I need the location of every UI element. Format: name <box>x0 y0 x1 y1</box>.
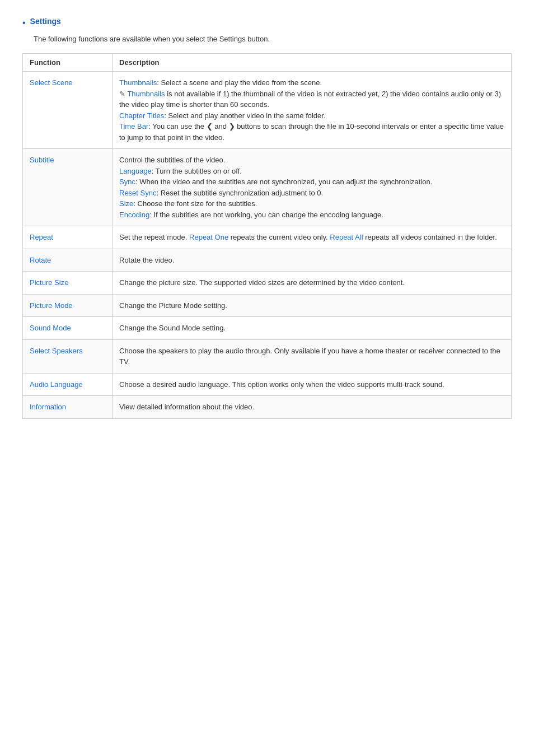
blue-label: Time Bar <box>119 122 148 130</box>
function-cell: Audio Language <box>23 373 113 396</box>
description-cell: Change the Sound Mode setting. <box>113 317 512 340</box>
table-row: RepeatSet the repeat mode. Repeat One re… <box>23 226 512 249</box>
description-text: Rotate the video. <box>119 256 174 264</box>
description-cell: Set the repeat mode. Repeat One repeats … <box>113 226 512 249</box>
description-cell: Thumbnails: Select a scene and play the … <box>113 72 512 149</box>
table-row: Select SpeakersChoose the speakers to pl… <box>23 339 512 373</box>
description-cell: Change the Picture Mode setting. <box>113 294 512 317</box>
description-text: : Select a scene and play the video from… <box>157 78 322 87</box>
settings-section-header: • Settings <box>22 17 512 29</box>
description-text: : When the video and the subtitles are n… <box>135 178 432 186</box>
description-cell: Change the picture size. The supported v… <box>113 272 512 295</box>
description-cell: Rotate the video. <box>113 249 512 272</box>
function-cell: Picture Mode <box>23 294 113 317</box>
description-text: Choose a desired audio language. This op… <box>119 380 444 389</box>
table-row: InformationView detailed information abo… <box>23 396 512 419</box>
description-text: Control the subtitles of the video. <box>119 156 225 164</box>
function-cell: Repeat <box>23 226 113 249</box>
blue-label: Repeat One <box>189 233 228 241</box>
description-text: is not available if 1) the thumbnail of … <box>119 90 501 109</box>
description-text: Choose the speakers to play the audio th… <box>119 347 500 366</box>
blue-label: Encoding <box>119 211 149 219</box>
table-row: Picture ModeChange the Picture Mode sett… <box>23 294 512 317</box>
description-text: Change the picture size. The supported v… <box>119 278 405 287</box>
description-text: : Select and play another video in the s… <box>164 111 325 120</box>
blue-label: Reset Sync <box>119 189 156 197</box>
description-text: : Turn the subtitles on or off. <box>152 167 242 175</box>
description-text: repeats the current video only. <box>228 233 330 241</box>
settings-link[interactable]: Settings <box>30 17 61 26</box>
description-column-header: Description <box>113 54 512 72</box>
bullet-point: • <box>22 17 26 29</box>
function-column-header: Function <box>23 54 113 72</box>
description-text: Set the repeat mode. <box>119 233 189 241</box>
table-row: Sound ModeChange the Sound Mode setting. <box>23 317 512 340</box>
table-row: RotateRotate the video. <box>23 249 512 272</box>
table-row: Audio LanguageChoose a desired audio lan… <box>23 373 512 396</box>
function-cell: Sound Mode <box>23 317 113 340</box>
description-cell: Choose the speakers to play the audio th… <box>113 339 512 373</box>
blue-label: Thumbnails <box>119 78 157 87</box>
description-text: : You can use the ❮ and ❯ buttons to sca… <box>119 122 504 142</box>
blue-label: Size <box>119 199 133 208</box>
table-row: Picture SizeChange the picture size. The… <box>23 272 512 295</box>
function-cell: Select Scene <box>23 72 113 149</box>
description-cell: View detailed information about the vide… <box>113 396 512 419</box>
table-header-row: Function Description <box>23 54 512 72</box>
description-text: Change the Picture Mode setting. <box>119 301 227 310</box>
description-text: View detailed information about the vide… <box>119 403 254 411</box>
function-cell: Subtitle <box>23 149 113 226</box>
function-cell: Picture Size <box>23 272 113 295</box>
description-text: repeats all videos contained in the fold… <box>363 233 497 241</box>
description-text: : Reset the subtitle synchronization adj… <box>156 189 323 197</box>
description-cell: Control the subtitles of the video.Langu… <box>113 149 512 226</box>
table-row: SubtitleControl the subtitles of the vid… <box>23 149 512 226</box>
function-cell: Select Speakers <box>23 339 113 373</box>
settings-table: Function Description Select SceneThumbna… <box>22 53 512 419</box>
intro-text: The following functions are available wh… <box>22 35 512 43</box>
blue-label: Sync <box>119 178 135 186</box>
blue-label: Repeat All <box>330 233 363 241</box>
blue-label: Chapter Titles <box>119 111 164 120</box>
blue-label: Language <box>119 167 152 175</box>
blue-label: Thumbnails <box>127 90 165 98</box>
description-text: : If the subtitles are not working, you … <box>149 211 383 219</box>
description-cell: Choose a desired audio language. This op… <box>113 373 512 396</box>
description-text: Change the Sound Mode setting. <box>119 324 226 332</box>
function-cell: Information <box>23 396 113 419</box>
function-cell: Rotate <box>23 249 113 272</box>
table-row: Select SceneThumbnails: Select a scene a… <box>23 72 512 149</box>
description-text: : Choose the font size for the subtitles… <box>133 199 257 208</box>
note-icon: ✎ <box>119 90 127 98</box>
